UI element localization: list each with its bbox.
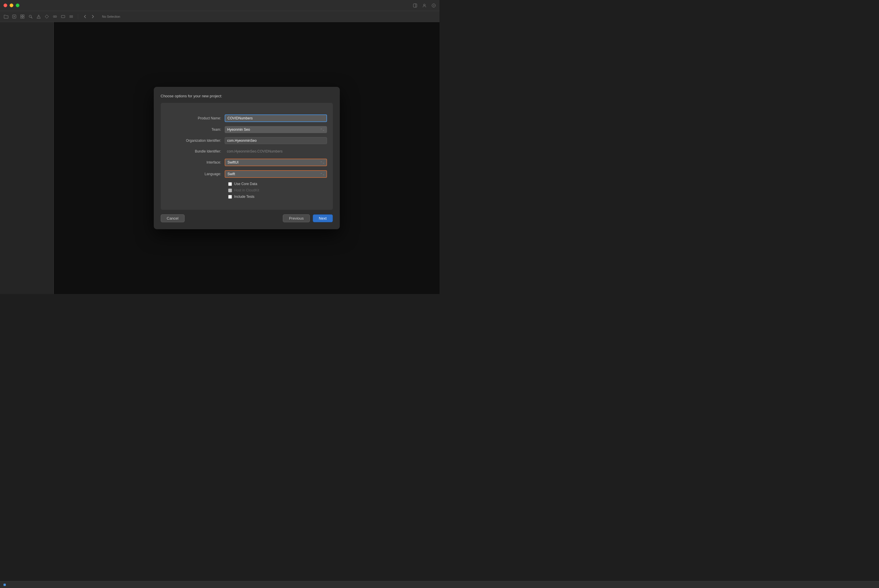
- svg-rect-8: [21, 15, 22, 16]
- language-row: Language: Swift ⌃⌄: [167, 170, 327, 178]
- use-core-data-checkbox[interactable]: [228, 182, 232, 186]
- bundle-identifier-label: Bundle Identifier:: [167, 149, 225, 153]
- host-in-cloudkit-row: Host in CloudKit: [228, 188, 327, 192]
- svg-line-13: [31, 17, 32, 18]
- interface-label: Interface:: [167, 160, 225, 164]
- diamond-icon[interactable]: [44, 14, 50, 19]
- main-layout: No Selection Choose options for your new…: [0, 22, 440, 294]
- team-select-container: Hyeonmin Seo ⌃⌄: [225, 126, 327, 133]
- svg-rect-9: [23, 15, 24, 16]
- maximize-button[interactable]: [16, 3, 20, 7]
- svg-point-2: [424, 4, 425, 6]
- product-name-input[interactable]: [225, 114, 327, 122]
- bundle-identifier-value: com.HyeonminSeo.COVIDNumbers: [225, 148, 327, 154]
- close-button[interactable]: [3, 3, 7, 7]
- rect-icon[interactable]: [60, 14, 66, 19]
- folder-icon[interactable]: [3, 14, 9, 19]
- org-identifier-row: Organization Identifier:: [167, 137, 327, 144]
- host-in-cloudkit-label: Host in CloudKit: [234, 188, 259, 192]
- language-select-container: Swift ⌃⌄: [225, 170, 327, 178]
- footer-right-buttons: Previous Next: [283, 214, 332, 222]
- cancel-button[interactable]: Cancel: [161, 214, 185, 222]
- include-tests-checkbox[interactable]: [228, 195, 232, 199]
- titlebar: ?: [0, 0, 440, 11]
- warning-icon[interactable]: [36, 14, 41, 19]
- svg-rect-10: [21, 17, 22, 18]
- host-in-cloudkit-checkbox[interactable]: [228, 189, 232, 192]
- bundle-identifier-row: Bundle Identifier: com.HyeonminSeo.COVID…: [167, 148, 327, 154]
- profile-icon[interactable]: [422, 3, 427, 8]
- product-name-row: Product Name:: [167, 114, 327, 122]
- modal-form-content: Product Name: Team: Hyeonmin Seo ⌃⌄: [161, 103, 333, 210]
- svg-point-17: [55, 16, 57, 17]
- include-tests-label: Include Tests: [234, 195, 255, 199]
- grid-icon[interactable]: [20, 14, 25, 19]
- svg-point-16: [53, 16, 55, 17]
- modal-title: Choose options for your new project:: [161, 94, 333, 98]
- svg-point-15: [39, 17, 39, 18]
- toolbar: No Selection: [0, 11, 440, 22]
- team-label: Team:: [167, 128, 225, 132]
- interface-select-container: SwiftUI ⌃⌄: [225, 159, 327, 166]
- content-area: No Selection Choose options for your new…: [54, 22, 440, 294]
- svg-rect-0: [413, 4, 417, 7]
- svg-point-12: [29, 15, 32, 17]
- interface-row: Interface: SwiftUI ⌃⌄: [167, 159, 327, 166]
- titlebar-right-icons: ?: [413, 3, 436, 8]
- org-identifier-input[interactable]: [225, 137, 327, 144]
- product-name-label: Product Name:: [167, 116, 225, 120]
- previous-button[interactable]: Previous: [283, 214, 310, 222]
- team-row: Team: Hyeonmin Seo ⌃⌄: [167, 126, 327, 133]
- modal-footer: Cancel Previous Next: [161, 214, 333, 222]
- svg-text:?: ?: [433, 4, 434, 7]
- svg-rect-18: [61, 15, 65, 18]
- sidebar: [0, 22, 54, 294]
- interface-select[interactable]: SwiftUI: [225, 159, 327, 166]
- link-icon[interactable]: [52, 14, 57, 19]
- svg-rect-11: [23, 17, 24, 18]
- nav-forward-icon[interactable]: [90, 14, 96, 19]
- search-toolbar-icon[interactable]: [28, 14, 33, 19]
- modal-overlay: Choose options for your new project: Pro…: [54, 22, 440, 294]
- minimize-button[interactable]: [10, 3, 14, 7]
- list-icon[interactable]: [69, 14, 74, 19]
- next-button[interactable]: Next: [313, 214, 333, 222]
- use-core-data-label: Use Core Data: [234, 182, 257, 186]
- use-core-data-row: Use Core Data: [228, 182, 327, 186]
- team-select[interactable]: Hyeonmin Seo: [225, 126, 327, 133]
- help-icon[interactable]: ?: [431, 3, 436, 8]
- traffic-lights: [3, 3, 20, 7]
- toolbar-no-selection: No Selection: [102, 15, 120, 18]
- org-identifier-label: Organization Identifier:: [167, 139, 225, 142]
- include-tests-row: Include Tests: [228, 195, 327, 199]
- close-project-icon[interactable]: [12, 14, 17, 19]
- language-label: Language:: [167, 172, 225, 176]
- language-select[interactable]: Swift: [225, 170, 327, 178]
- nav-back-icon[interactable]: [82, 14, 87, 19]
- inspector-icon[interactable]: [413, 3, 418, 8]
- new-project-modal: Choose options for your new project: Pro…: [154, 87, 340, 229]
